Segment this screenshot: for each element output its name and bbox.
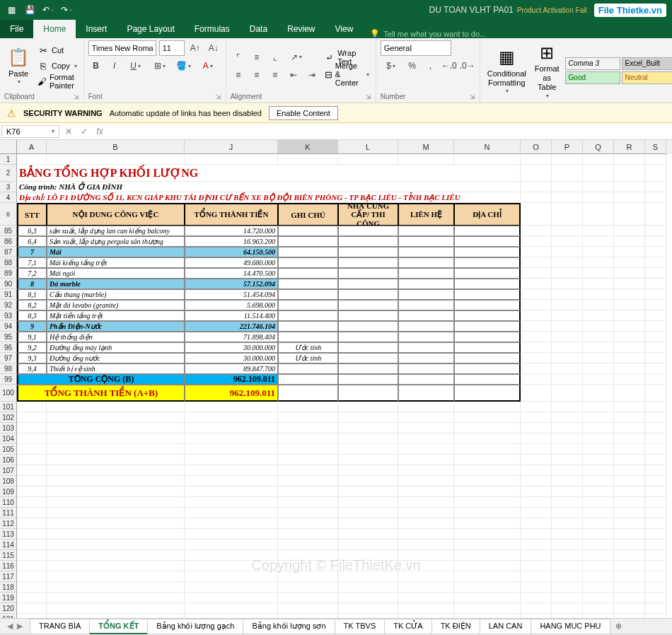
- empty-cell[interactable]: [185, 582, 278, 593]
- empty-cell[interactable]: [47, 497, 185, 508]
- empty-cell[interactable]: [614, 603, 645, 614]
- empty-cell[interactable]: [583, 582, 614, 593]
- cell-diachi[interactable]: [454, 268, 521, 279]
- empty-cell[interactable]: [17, 561, 47, 571]
- empty-cell[interactable]: [47, 402, 185, 412]
- cell-tongtien[interactable]: 51.454.094: [185, 289, 278, 300]
- empty-cell[interactable]: [583, 593, 614, 603]
- empty-cell[interactable]: [583, 508, 614, 518]
- empty-cell[interactable]: [454, 455, 521, 465]
- decrease-font-icon[interactable]: A↓: [206, 40, 221, 56]
- row-header[interactable]: 110: [0, 497, 17, 508]
- align-top-icon[interactable]: ⌜: [231, 49, 246, 65]
- empty-cell[interactable]: [278, 423, 338, 433]
- cell-noidung[interactable]: Sản xuất, lắp dựng pergola sân thượng: [47, 236, 185, 247]
- cell-tongtien[interactable]: 16.963.200: [185, 236, 278, 247]
- empty-cell[interactable]: [338, 593, 398, 603]
- cell-nhacungcap[interactable]: [338, 342, 398, 353]
- empty-cell[interactable]: [278, 582, 338, 593]
- cell-diachi[interactable]: [454, 363, 521, 374]
- empty-cell[interactable]: [398, 508, 454, 518]
- font-name-select[interactable]: [88, 40, 156, 56]
- redo-icon[interactable]: ↷▾: [61, 4, 72, 16]
- cell-lienhe[interactable]: [398, 226, 454, 236]
- empty-cell[interactable]: [17, 476, 47, 487]
- row-header[interactable]: 119: [0, 593, 17, 603]
- empty-cell[interactable]: [398, 614, 454, 618]
- empty-cell[interactable]: [552, 487, 583, 497]
- cell-lienhe[interactable]: [398, 289, 454, 300]
- empty-cell[interactable]: [552, 444, 583, 455]
- cancel-formula-icon[interactable]: ✕: [61, 124, 76, 139]
- column-header-B[interactable]: B: [47, 140, 185, 154]
- cell-tongtien[interactable]: 57.152.094: [185, 279, 278, 289]
- empty-cell[interactable]: [17, 455, 47, 465]
- empty-cell[interactable]: [614, 455, 645, 465]
- empty-cell[interactable]: [398, 423, 454, 433]
- empty-cell[interactable]: [583, 444, 614, 455]
- row-header[interactable]: 6: [0, 203, 17, 226]
- empty-cell[interactable]: [338, 444, 398, 455]
- empty-cell[interactable]: [398, 561, 454, 571]
- row-header[interactable]: 2: [0, 165, 17, 182]
- cell-tongtien[interactable]: 89.847.700: [185, 363, 278, 374]
- empty-cell[interactable]: [614, 582, 645, 593]
- cell-diachi[interactable]: [454, 289, 521, 300]
- cell-diachi[interactable]: [454, 247, 521, 257]
- empty-cell[interactable]: [398, 487, 454, 497]
- empty-cell[interactable]: [614, 614, 645, 618]
- empty-cell[interactable]: [454, 561, 521, 571]
- empty-cell[interactable]: [47, 455, 185, 465]
- empty-cell[interactable]: [552, 593, 583, 603]
- empty-cell[interactable]: [645, 571, 666, 582]
- alignment-launcher-icon[interactable]: ⇲: [366, 93, 371, 100]
- empty-cell[interactable]: [645, 465, 666, 476]
- empty-cell[interactable]: [278, 412, 338, 423]
- tab-file[interactable]: File: [0, 20, 33, 38]
- row-header[interactable]: 95: [0, 332, 17, 342]
- cell-lienhe[interactable]: [398, 321, 454, 332]
- empty-cell[interactable]: [338, 497, 398, 508]
- align-center-icon[interactable]: ≡: [249, 67, 265, 83]
- cell-noidung[interactable]: Đường ống nước: [47, 353, 185, 363]
- empty-cell[interactable]: [17, 465, 47, 476]
- cell-lienhe[interactable]: [398, 300, 454, 310]
- tab-home[interactable]: Home: [33, 20, 76, 38]
- empty-cell[interactable]: [552, 540, 583, 550]
- empty-cell[interactable]: [614, 476, 645, 487]
- empty-cell[interactable]: [278, 402, 338, 412]
- column-header-K[interactable]: K: [278, 140, 338, 154]
- paste-button[interactable]: 📋 Paste ▾: [4, 45, 33, 87]
- empty-cell[interactable]: [521, 571, 552, 582]
- empty-cell[interactable]: [185, 603, 278, 614]
- row-header[interactable]: 106: [0, 455, 17, 465]
- fx-icon[interactable]: fx: [92, 124, 108, 139]
- empty-cell[interactable]: [454, 476, 521, 487]
- decrease-indent-icon[interactable]: ⇤: [286, 67, 301, 83]
- cell-lienhe[interactable]: [398, 310, 454, 321]
- cell-nhacungcap[interactable]: [338, 247, 398, 257]
- currency-button[interactable]: $▾: [381, 58, 402, 74]
- empty-cell[interactable]: [47, 412, 185, 423]
- row-header[interactable]: 115: [0, 550, 17, 561]
- empty-cell[interactable]: [47, 561, 185, 571]
- align-bottom-icon[interactable]: ⌞: [267, 49, 283, 65]
- sheet-tab[interactable]: TK CỬA: [384, 619, 431, 634]
- empty-cell[interactable]: [185, 561, 278, 571]
- empty-cell[interactable]: [614, 508, 645, 518]
- font-size-select[interactable]: [159, 40, 185, 56]
- accept-formula-icon[interactable]: ✓: [76, 124, 92, 139]
- cell-tongtien[interactable]: 221.746.104: [185, 321, 278, 332]
- empty-cell[interactable]: [47, 465, 185, 476]
- tell-me-search[interactable]: 💡 Tell me what you want to do...: [370, 29, 486, 38]
- empty-cell[interactable]: [614, 465, 645, 476]
- empty-cell[interactable]: [454, 571, 521, 582]
- cell-noidung[interactable]: Đường ống máy lạnh: [47, 342, 185, 353]
- format-as-table-button[interactable]: ⊞Format as Table▾: [532, 40, 562, 100]
- cell-nhacungcap[interactable]: [338, 300, 398, 310]
- empty-cell[interactable]: [521, 412, 552, 423]
- empty-cell[interactable]: [278, 571, 338, 582]
- empty-cell[interactable]: [583, 402, 614, 412]
- empty-cell[interactable]: [552, 412, 583, 423]
- empty-cell[interactable]: [454, 540, 521, 550]
